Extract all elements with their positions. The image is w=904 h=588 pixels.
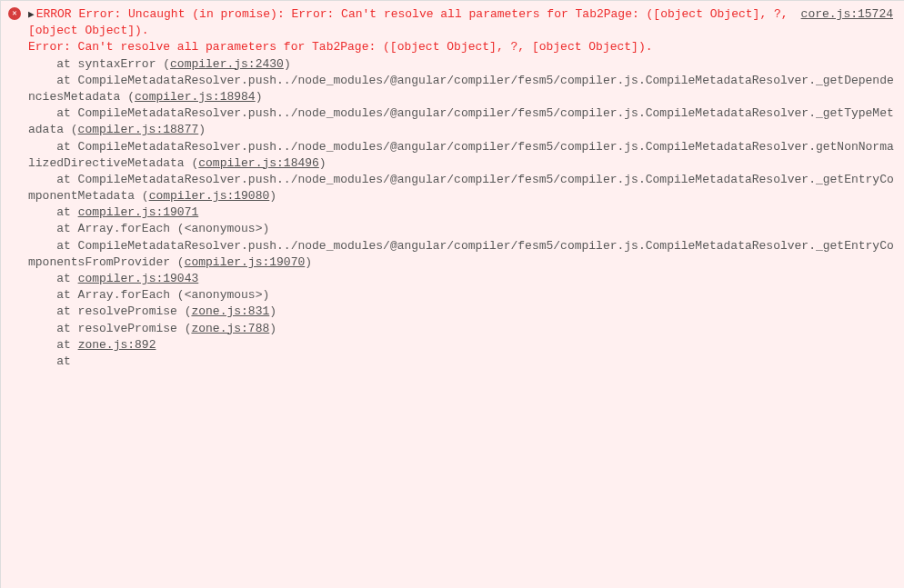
stack-file-link[interactable]: compiler.js:18877	[78, 123, 199, 136]
stack-frame: at CompileMetadataResolver.push../node_m…	[28, 74, 894, 104]
stack-frame: at CompileMetadataResolver.push../node_m…	[28, 106, 894, 136]
stack-frame: at Array.forEach (<anonymous>)	[28, 288, 269, 302]
error-message-line1: Error: Uncaught (in promise): Error: Can…	[28, 7, 795, 37]
stack-file-link[interactable]: compiler.js:19043	[78, 272, 199, 285]
stack-file-link[interactable]: compiler.js:19080	[149, 189, 270, 203]
stack-file-link[interactable]: zone.js:831	[191, 304, 269, 318]
error-icon	[8, 7, 21, 20]
stack-frame: at resolvePromise (zone.js:831)	[28, 304, 276, 318]
stack-frame: at compiler.js:19043	[28, 272, 198, 285]
error-message-line2: Error: Can't resolve all parameters for …	[28, 40, 653, 54]
stack-file-link[interactable]: zone.js:788	[191, 322, 269, 335]
stack-file-link[interactable]: compiler.js:18496	[198, 156, 319, 170]
stack-frame: at CompileMetadataResolver.push../node_m…	[28, 239, 894, 269]
stack-frame: at compiler.js:19071	[28, 205, 198, 219]
stack-frame: at Array.forEach (<anonymous>)	[28, 222, 269, 235]
stack-file-link[interactable]: compiler.js:2430	[170, 57, 284, 71]
stack-file-link[interactable]: compiler.js:19071	[78, 205, 199, 219]
stack-file-link[interactable]: compiler.js:19070	[185, 255, 306, 269]
error-content: ▶ERROR Error: Uncaught (in promise): Err…	[28, 6, 897, 370]
console-error-entry: core.js:15724 ▶ERROR Error: Uncaught (in…	[1, 1, 904, 375]
expand-arrow-icon[interactable]: ▶	[28, 8, 35, 22]
stack-frame: at syntaxError (compiler.js:2430)	[28, 57, 291, 71]
stack-trace: at syntaxError (compiler.js:2430) at Com…	[28, 57, 894, 368]
error-prefix: ERROR	[36, 7, 72, 21]
stack-file-link[interactable]: zone.js:892	[78, 338, 156, 352]
stack-frame: at zone.js:892	[28, 338, 156, 352]
source-file-link[interactable]: core.js:15724	[801, 6, 893, 23]
stack-frame: at	[28, 354, 71, 368]
stack-file-link[interactable]: compiler.js:18984	[135, 90, 256, 104]
stack-frame: at CompileMetadataResolver.push../node_m…	[28, 173, 894, 203]
stack-frame: at resolvePromise (zone.js:788)	[28, 322, 276, 335]
stack-frame: at CompileMetadataResolver.push../node_m…	[28, 140, 894, 170]
